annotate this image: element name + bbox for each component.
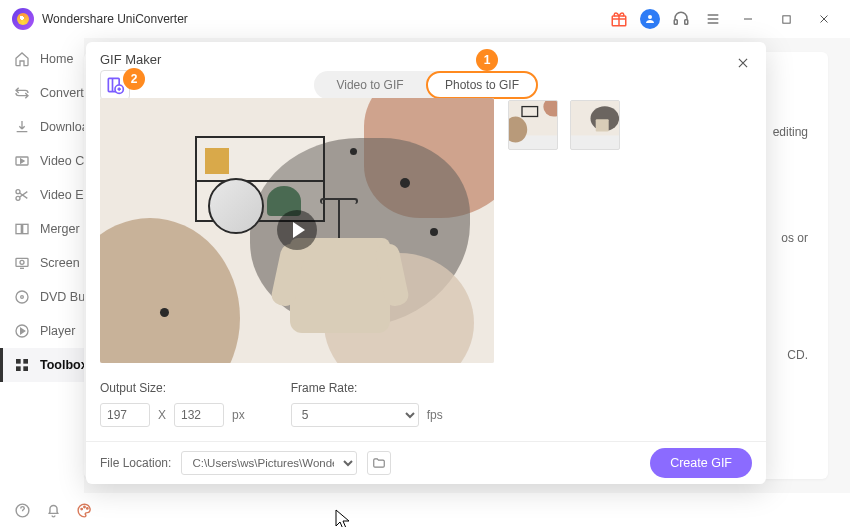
menu-icon[interactable] bbox=[702, 8, 724, 30]
home-icon bbox=[14, 50, 30, 68]
sidebar-item-label: Player bbox=[40, 324, 75, 338]
play-icon bbox=[14, 322, 30, 340]
sidebar-item-home[interactable]: Home bbox=[0, 42, 84, 76]
svg-point-20 bbox=[81, 508, 82, 509]
converter-icon bbox=[14, 84, 30, 102]
mode-segmented-control: Video to GIF Photos to GIF bbox=[314, 71, 538, 99]
window-maximize[interactable] bbox=[772, 5, 800, 33]
sidebar-item-label: Screen Recorder bbox=[40, 256, 84, 270]
sidebar-item-player[interactable]: Player bbox=[0, 314, 84, 348]
compressor-icon bbox=[14, 152, 30, 170]
file-location-select[interactable]: C:\Users\ws\Pictures\Wondersh bbox=[181, 451, 357, 475]
window-minimize[interactable] bbox=[734, 5, 762, 33]
dimension-x: X bbox=[158, 408, 166, 422]
sidebar-item-video-compressor[interactable]: Video Compressor bbox=[0, 144, 84, 178]
sidebar-item-label: Converter bbox=[40, 86, 84, 100]
svg-point-13 bbox=[21, 296, 24, 299]
frame-rate-label: Frame Rate: bbox=[291, 381, 443, 395]
open-folder-button[interactable] bbox=[367, 451, 391, 475]
svg-rect-10 bbox=[16, 258, 28, 266]
svg-point-12 bbox=[16, 291, 28, 303]
thumbnail-item[interactable] bbox=[570, 100, 620, 150]
output-height-input[interactable] bbox=[174, 403, 224, 427]
svg-point-11 bbox=[20, 260, 24, 264]
sidebar-item-dvd-burner[interactable]: DVD Burner bbox=[0, 280, 84, 314]
callout-badge-2: 2 bbox=[123, 68, 145, 90]
sidebar-item-label: DVD Burner bbox=[40, 290, 84, 304]
svg-point-1 bbox=[648, 15, 652, 19]
merger-icon bbox=[14, 220, 30, 238]
app-title: Wondershare UniConverter bbox=[42, 12, 188, 26]
sidebar-item-label: Video Compressor bbox=[40, 154, 84, 168]
svg-rect-8 bbox=[16, 224, 21, 233]
bottombar bbox=[0, 493, 850, 527]
px-label: px bbox=[232, 408, 245, 422]
sidebar-item-label: Toolbox bbox=[40, 358, 84, 372]
gift-icon[interactable] bbox=[608, 8, 630, 30]
thumbnail-item[interactable] bbox=[508, 100, 558, 150]
svg-rect-3 bbox=[685, 20, 688, 25]
svg-point-21 bbox=[84, 506, 85, 507]
help-icon[interactable] bbox=[14, 502, 31, 519]
gif-maker-dialog: GIF Maker Video to GIF Photos to GIF bbox=[86, 42, 766, 484]
app-logo bbox=[12, 8, 34, 30]
svg-rect-17 bbox=[16, 366, 21, 371]
svg-point-6 bbox=[16, 190, 20, 194]
sidebar-item-toolbox[interactable]: Toolbox bbox=[0, 348, 84, 382]
window-close[interactable] bbox=[810, 5, 838, 33]
dialog-close-button[interactable] bbox=[732, 52, 754, 74]
svg-rect-16 bbox=[23, 359, 28, 364]
toolbox-icon bbox=[14, 356, 30, 374]
sidebar-item-label: Merger bbox=[40, 222, 80, 236]
frame-rate-select[interactable]: 5 bbox=[291, 403, 419, 427]
recorder-icon bbox=[14, 254, 30, 272]
sidebar-item-label: Downloader bbox=[40, 120, 84, 134]
bell-icon[interactable] bbox=[45, 502, 62, 519]
sidebar-item-converter[interactable]: Converter bbox=[0, 76, 84, 110]
titlebar: Wondershare UniConverter bbox=[0, 0, 850, 38]
output-size-label: Output Size: bbox=[100, 381, 245, 395]
tab-video-to-gif[interactable]: Video to GIF bbox=[314, 71, 426, 99]
account-avatar[interactable] bbox=[640, 9, 660, 29]
fps-label: fps bbox=[427, 408, 443, 422]
sidebar-item-merger[interactable]: Merger bbox=[0, 212, 84, 246]
sidebar-item-downloader[interactable]: Downloader bbox=[0, 110, 84, 144]
svg-rect-9 bbox=[23, 224, 28, 233]
sidebar-item-video-editor[interactable]: Video Editor bbox=[0, 178, 84, 212]
output-width-input[interactable] bbox=[100, 403, 150, 427]
scissors-icon bbox=[14, 186, 30, 204]
svg-point-7 bbox=[16, 196, 20, 200]
thumbnail-list bbox=[508, 98, 752, 363]
dialog-title: GIF Maker bbox=[100, 52, 161, 67]
callout-badge-1: 1 bbox=[476, 49, 498, 71]
tab-photos-to-gif[interactable]: Photos to GIF bbox=[426, 71, 538, 99]
svg-rect-2 bbox=[674, 20, 677, 25]
sidebar: Home Converter Downloader Video Compress… bbox=[0, 38, 84, 493]
preview-area[interactable] bbox=[100, 98, 494, 363]
disc-icon bbox=[14, 288, 30, 306]
mouse-cursor-icon bbox=[335, 509, 351, 527]
headset-icon[interactable] bbox=[670, 8, 692, 30]
file-location-label: File Location: bbox=[100, 456, 171, 470]
svg-rect-18 bbox=[23, 366, 28, 371]
svg-rect-4 bbox=[782, 15, 789, 22]
sidebar-item-label: Video Editor bbox=[40, 188, 84, 202]
svg-point-22 bbox=[87, 507, 88, 508]
create-gif-button[interactable]: Create GIF bbox=[650, 448, 752, 478]
palette-icon[interactable] bbox=[76, 502, 93, 519]
download-icon bbox=[14, 118, 30, 136]
sidebar-item-label: Home bbox=[40, 52, 73, 66]
sidebar-item-screen-recorder[interactable]: Screen Recorder bbox=[0, 246, 84, 280]
svg-rect-15 bbox=[16, 359, 21, 364]
